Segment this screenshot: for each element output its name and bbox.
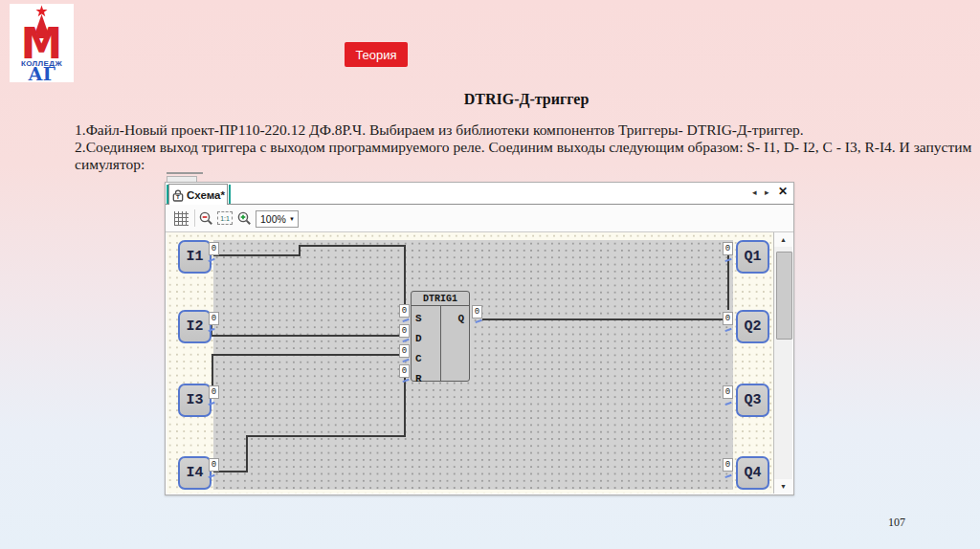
pin-value-badge: 0 bbox=[723, 312, 733, 325]
wires-layer bbox=[167, 232, 773, 494]
input-block-i3[interactable]: I3 0 bbox=[178, 384, 212, 417]
dtrig-pin-d: D bbox=[415, 333, 422, 344]
toolbar: 1:1 100% ▼ bbox=[166, 205, 793, 232]
pin-value-badge: 0 bbox=[209, 458, 219, 472]
zoom-out-icon[interactable] bbox=[198, 210, 214, 227]
block-label: I2 bbox=[186, 318, 203, 335]
output-block-q3[interactable]: Q3 0 bbox=[736, 384, 769, 417]
instruction-line-2: 2.Соединяем выход триггера с выходом про… bbox=[75, 139, 936, 156]
output-block-q4[interactable]: Q4 0 bbox=[736, 456, 769, 490]
schematic-canvas[interactable]: I1 0 I2 0 I3 0 I4 0 Q1 0 bbox=[167, 232, 773, 494]
tab-label: Схема* bbox=[187, 189, 225, 201]
block-label: Q1 bbox=[744, 249, 761, 265]
pin-value-badge: 0 bbox=[209, 312, 219, 325]
tab-accent-right bbox=[229, 185, 231, 204]
slide: М КОЛЛЕДЖ АГ Теория DTRIG-Д-триггер 1.Фа… bbox=[0, 0, 980, 549]
tab-scroll-right-icon[interactable]: ▸ bbox=[765, 187, 769, 197]
block-label: Q2 bbox=[744, 318, 761, 335]
wire-i2-d[interactable] bbox=[212, 325, 399, 336]
dtrig-component[interactable]: DTRIG1 S D C R Q bbox=[411, 291, 470, 382]
output-block-q2[interactable]: Q2 0 bbox=[736, 310, 769, 343]
wire-i1-s[interactable] bbox=[213, 246, 405, 304]
block-label: I4 bbox=[186, 465, 203, 481]
pin-value-badge: 0 bbox=[723, 458, 733, 472]
output-block-q1[interactable]: Q1 0 bbox=[736, 240, 769, 274]
dtrig-pin-s: S bbox=[415, 313, 422, 324]
vertical-scrollbar[interactable]: ▲ ▼ bbox=[773, 232, 792, 494]
instruction-line-1: 1.Файл-Новый проект-ПР110-220.12 ДФ.8Р.Ч… bbox=[75, 121, 936, 139]
wire-i4-r[interactable] bbox=[213, 378, 405, 472]
tab-scroll-left-icon[interactable]: ◂ bbox=[752, 187, 757, 197]
pin-value-badge: 0 bbox=[723, 242, 733, 255]
pin-value-badge: 0 bbox=[209, 385, 219, 399]
dtrig-divider bbox=[440, 306, 441, 381]
theory-button[interactable]: Теория bbox=[345, 42, 408, 67]
page-title: DTRIG-Д-триггер bbox=[335, 91, 718, 108]
tab-schema[interactable]: T Схема* bbox=[168, 184, 228, 206]
scrollbar-thumb[interactable] bbox=[776, 252, 792, 340]
input-block-i2[interactable]: I2 0 bbox=[178, 310, 212, 343]
zoom-level-value: 100% bbox=[256, 213, 289, 225]
close-icon[interactable]: ✕ bbox=[778, 185, 788, 198]
toolbar-separator bbox=[194, 209, 195, 227]
instruction-line-3: симулятор: bbox=[75, 156, 936, 173]
zoom-fit-icon[interactable]: 1:1 bbox=[217, 211, 233, 225]
lock-icon: T bbox=[172, 188, 184, 202]
dtrig-pin-r: R bbox=[415, 373, 422, 384]
page-number: 107 bbox=[888, 516, 926, 530]
svg-text:T: T bbox=[176, 193, 180, 200]
pin-value-badge: 0 bbox=[209, 242, 219, 255]
college-logo-graphic: М КОЛЛЕДЖ АГ bbox=[10, 4, 74, 82]
tab-bar: T Схема* ◂ ▸ ✕ bbox=[166, 183, 793, 205]
college-logo: М КОЛЛЕДЖ АГ bbox=[10, 4, 74, 82]
dtrig-pin-q: Q bbox=[457, 313, 464, 324]
block-label: Q4 bbox=[744, 465, 761, 481]
wire-i3-c[interactable] bbox=[212, 355, 399, 385]
cropped-ui-fragment bbox=[167, 172, 203, 174]
dtrig-pin-c: C bbox=[415, 353, 422, 364]
logo-initials: АГ bbox=[28, 63, 56, 82]
input-block-i4[interactable]: I4 0 bbox=[178, 456, 212, 490]
zoom-in-icon[interactable] bbox=[236, 210, 253, 227]
pin-value-badge: 0 bbox=[723, 385, 733, 399]
schematic-editor-window: T Схема* ◂ ▸ ✕ 1:1 bbox=[165, 182, 794, 495]
input-block-i1[interactable]: I1 0 bbox=[178, 240, 212, 274]
block-label: Q3 bbox=[744, 392, 761, 408]
grid-toggle-icon[interactable] bbox=[174, 211, 189, 226]
scroll-down-icon[interactable]: ▼ bbox=[774, 479, 792, 494]
scroll-up-icon[interactable]: ▲ bbox=[774, 232, 792, 247]
dtrig-name: DTRIG1 bbox=[412, 292, 469, 306]
zoom-level-dropdown[interactable]: 100% ▼ bbox=[256, 210, 299, 228]
block-label: I3 bbox=[186, 392, 203, 408]
block-label: I1 bbox=[186, 249, 203, 265]
chevron-down-icon: ▼ bbox=[289, 216, 298, 222]
